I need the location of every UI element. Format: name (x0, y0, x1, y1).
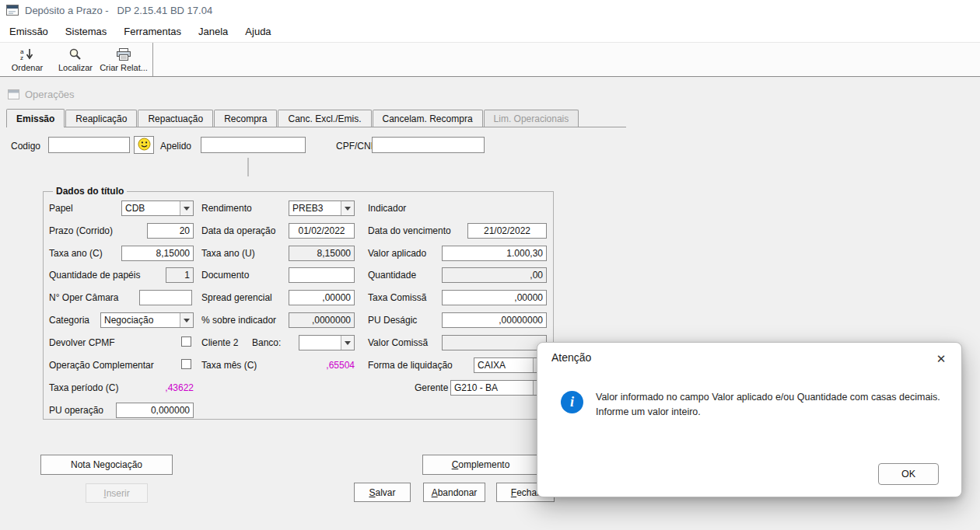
tab-cancelam-recompra[interactable]: Cancelam. Recompra (373, 110, 483, 127)
abandonar-button[interactable]: Abandonar (423, 483, 485, 502)
tab-repactuacao[interactable]: Repactuação (138, 110, 213, 127)
application-window: Depósito a Prazo - DP 2.15.41 BD 17.04 E… (0, 0, 980, 530)
gerente-combobox[interactable]: G210 - BA (450, 380, 547, 396)
forma-liquidacao-label: Forma de liquidação (368, 360, 453, 371)
valor-aplicado-label: Valor aplicado (368, 248, 426, 259)
localizar-button[interactable]: Localizar (53, 44, 98, 75)
taxa-comissao-label: Taxa Comissã (368, 292, 426, 303)
ok-button[interactable]: OK (878, 463, 939, 485)
data-operacao-label: Data da operação (201, 225, 275, 236)
quantidade-papeis-label: Quantidade de papéis (49, 270, 140, 281)
papel-value: CDB (125, 203, 145, 214)
documento-input[interactable] (289, 267, 355, 283)
sobre-indicador-label: % sobre indicador (201, 315, 276, 326)
app-icon (6, 5, 19, 18)
apelido-label: Apelido (160, 141, 191, 152)
smiley-icon (138, 138, 151, 153)
operacao-complementar-checkbox[interactable] (181, 359, 191, 369)
nota-negociacao-button[interactable]: Nota Negociação (40, 455, 173, 475)
pu-desagio-input[interactable]: ,00000000 (442, 312, 547, 328)
find-icon (68, 47, 82, 62)
apelido-input[interactable] (201, 137, 306, 153)
splitter-handle (247, 158, 249, 176)
data-operacao-input[interactable]: 01/02/2022 (289, 223, 355, 239)
ordenar-button[interactable]: az Ordenar (5, 44, 50, 75)
title-bar: Depósito a Prazo - DP 2.15.41 BD 17.04 (0, 0, 980, 20)
tab-strip: Emissão Reaplicação Repactuação Recompra… (6, 110, 579, 127)
prazo-corrido-label: Prazo (Corrido) (49, 225, 113, 236)
rendimento-label: Rendimento (201, 203, 252, 214)
rendimento-combobox[interactable]: PREB3 (289, 200, 355, 216)
close-icon[interactable]: ✕ (930, 349, 952, 369)
indicador-label: Indicador (368, 203, 406, 214)
taxa-ano-u-field: 8,15000 (289, 246, 355, 261)
criar-relatorio-button[interactable]: Criar Relat... (100, 44, 148, 75)
codigo-label: Codigo (11, 141, 40, 152)
menu-emissao[interactable]: Emissão (1, 22, 57, 41)
taxa-ano-c-label: Taxa ano (C) (49, 248, 103, 259)
menu-bar: Emissão Sistemas Ferramentas Janela Ajud… (0, 20, 980, 42)
tab-canc-excl-emis[interactable]: Canc. Excl./Emis. (278, 110, 371, 127)
banco-combobox[interactable] (299, 335, 355, 350)
mdi-window-icon (8, 89, 19, 102)
codigo-input[interactable] (48, 137, 130, 153)
chevron-down-icon (180, 313, 193, 327)
gerente-value: G210 - BA (454, 382, 498, 393)
menu-ferramentas[interactable]: Ferramentas (115, 22, 190, 41)
tab-lim-operacionais: Lim. Operacionais (484, 110, 579, 127)
pu-operacao-label: PU operação (49, 405, 103, 416)
oper-camara-input[interactable] (139, 290, 192, 305)
gerente-label: Gerente (415, 382, 448, 393)
quantidade-papeis-field: 1 (166, 267, 194, 283)
complemento-button[interactable]: Complemento (422, 455, 539, 475)
taxa-comissao-input[interactable]: ,00000 (442, 290, 547, 305)
chevron-down-icon (341, 336, 354, 350)
taxa-ano-c-input[interactable]: 8,15000 (121, 246, 194, 261)
taxa-mes-value: ,65504 (289, 360, 355, 371)
taxa-periodo-value: ,43622 (121, 382, 194, 393)
pu-operacao-input[interactable]: 0,000000 (116, 403, 194, 418)
sobre-indicador-field: ,0000000 (289, 312, 355, 328)
dialog-message: Valor informado no campo Valor aplicado … (596, 390, 947, 420)
criar-relatorio-label: Criar Relat... (100, 63, 148, 72)
ordenar-label: Ordenar (12, 63, 43, 72)
taxa-periodo-label: Taxa período (C) (49, 382, 118, 393)
toolbar-separator (152, 43, 153, 76)
spread-gerencial-input[interactable]: ,00000 (289, 290, 355, 305)
categoria-combobox[interactable]: Negociação (100, 312, 194, 328)
svg-text:z: z (20, 54, 23, 61)
tab-emissao[interactable]: Emissão (6, 109, 65, 127)
valor-aplicado-input[interactable]: 1.000,30 (442, 246, 547, 261)
tab-reaplicacao[interactable]: Reaplicação (65, 110, 137, 127)
papel-combobox[interactable]: CDB (121, 200, 194, 216)
data-vencimento-input[interactable]: 21/02/2022 (467, 223, 547, 239)
window-title: Depósito a Prazo - DP 2.15.41 BD 17.04 (25, 5, 212, 16)
tab-recompra[interactable]: Recompra (214, 110, 277, 127)
forma-liquidacao-value: CAIXA (478, 360, 506, 371)
inserir-button: Inserir (86, 483, 148, 503)
salvar-button[interactable]: Salvar (354, 483, 411, 502)
cliente2-label: Cliente 2 (201, 337, 238, 348)
dados-do-titulo-group: Dados do título Papel CDB Rendimento PRE… (43, 191, 554, 420)
devolver-cpmf-checkbox[interactable] (181, 336, 191, 347)
info-icon: i (561, 391, 583, 413)
valor-comissao-label: Valor Comissã (368, 337, 428, 348)
devolver-cpmf-label: Devolver CPMF (49, 337, 115, 348)
taxa-mes-label: Taxa mês (C) (201, 360, 257, 371)
sort-az-icon: az (19, 47, 35, 62)
salvar-label: Salvar (369, 487, 395, 498)
chevron-down-icon (180, 201, 193, 215)
menu-janela[interactable]: Janela (190, 22, 236, 41)
spread-gerencial-label: Spread gerencial (201, 292, 272, 303)
smiley-lookup-button[interactable] (134, 136, 154, 154)
group-title: Dados do título (53, 186, 127, 197)
forma-liquidacao-combobox[interactable]: CAIXA (474, 357, 547, 373)
menu-sistemas[interactable]: Sistemas (57, 22, 115, 41)
valor-comissao-field (442, 335, 547, 350)
oper-camara-label: N° Oper Câmara (49, 292, 119, 303)
categoria-label: Categoria (49, 315, 89, 326)
taxa-ano-u-label: Taxa ano (U) (201, 248, 255, 259)
menu-ajuda[interactable]: Ajuda (236, 22, 279, 41)
prazo-corrido-input[interactable]: 20 (147, 223, 194, 239)
cpf-cnpj-input[interactable] (372, 137, 485, 153)
